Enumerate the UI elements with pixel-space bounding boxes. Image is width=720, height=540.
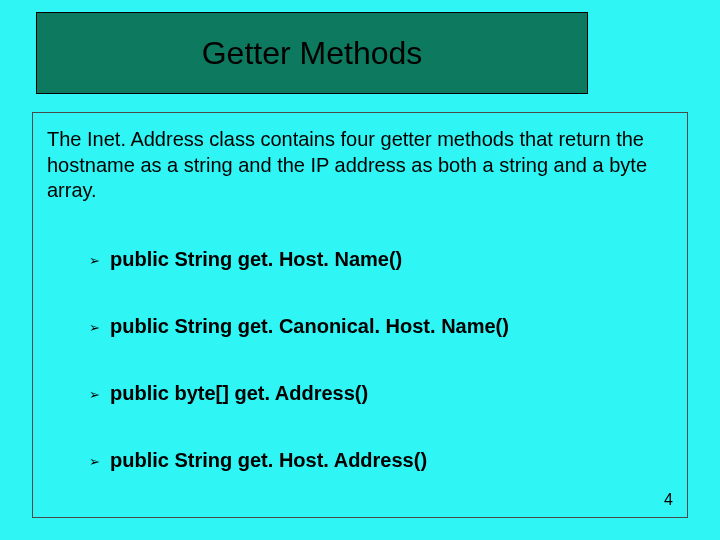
title-box: Getter Methods [36,12,588,94]
chevron-right-icon: ➢ [89,253,100,268]
chevron-right-icon: ➢ [89,320,100,335]
list-item: ➢ public String get. Canonical. Host. Na… [89,315,669,338]
list-item: ➢ public String get. Host. Name() [89,248,669,271]
bullet-text: public byte[] get. Address() [110,382,368,405]
page-number: 4 [664,491,673,509]
chevron-right-icon: ➢ [89,454,100,469]
bullet-text: public String get. Host. Address() [110,449,427,472]
chevron-right-icon: ➢ [89,387,100,402]
bullet-text: public String get. Host. Name() [110,248,402,271]
intro-paragraph: The Inet. Address class contains four ge… [47,127,669,204]
bullet-list: ➢ public String get. Host. Name() ➢ publ… [47,248,669,472]
content-box: The Inet. Address class contains four ge… [32,112,688,518]
slide-title: Getter Methods [202,35,423,72]
list-item: ➢ public byte[] get. Address() [89,382,669,405]
bullet-text: public String get. Canonical. Host. Name… [110,315,509,338]
list-item: ➢ public String get. Host. Address() [89,449,669,472]
